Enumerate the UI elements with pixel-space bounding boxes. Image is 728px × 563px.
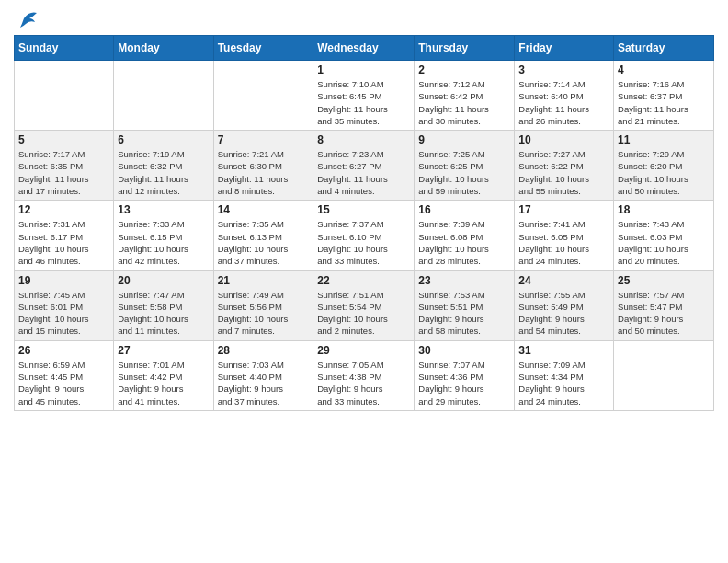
day-info: Sunrise: 7:41 AM Sunset: 6:05 PM Dayligh… <box>518 218 609 267</box>
weekday-header-row: SundayMondayTuesdayWednesdayThursdayFrid… <box>15 36 714 61</box>
calendar-cell: 10Sunrise: 7:27 AM Sunset: 6:22 PM Dayli… <box>515 131 614 201</box>
day-number: 29 <box>317 344 410 357</box>
logo <box>14 9 37 28</box>
day-info: Sunrise: 7:19 AM Sunset: 6:32 PM Dayligh… <box>118 148 209 197</box>
day-number: 23 <box>418 274 510 287</box>
day-info: Sunrise: 7:33 AM Sunset: 6:15 PM Dayligh… <box>118 218 209 267</box>
calendar-cell: 15Sunrise: 7:37 AM Sunset: 6:10 PM Dayli… <box>313 201 415 270</box>
calendar-cell: 9Sunrise: 7:25 AM Sunset: 6:25 PM Daylig… <box>415 131 515 201</box>
logo-bird-icon <box>17 9 37 31</box>
day-info: Sunrise: 7:09 AM Sunset: 4:34 PM Dayligh… <box>518 359 609 408</box>
calendar-cell: 5Sunrise: 7:17 AM Sunset: 6:35 PM Daylig… <box>15 131 114 201</box>
day-number: 3 <box>518 63 609 76</box>
day-number: 28 <box>218 344 310 357</box>
weekday-header-tuesday: Tuesday <box>213 36 313 61</box>
calendar-cell: 8Sunrise: 7:23 AM Sunset: 6:27 PM Daylig… <box>313 131 415 201</box>
calendar-cell: 31Sunrise: 7:09 AM Sunset: 4:34 PM Dayli… <box>515 340 614 410</box>
day-number: 1 <box>317 63 410 76</box>
day-info: Sunrise: 7:12 AM Sunset: 6:42 PM Dayligh… <box>418 78 510 127</box>
day-info: Sunrise: 7:53 AM Sunset: 5:51 PM Dayligh… <box>418 289 510 338</box>
calendar-cell: 28Sunrise: 7:03 AM Sunset: 4:40 PM Dayli… <box>213 340 313 410</box>
day-info: Sunrise: 7:25 AM Sunset: 6:25 PM Dayligh… <box>418 148 510 197</box>
calendar-cell: 23Sunrise: 7:53 AM Sunset: 5:51 PM Dayli… <box>415 270 515 340</box>
day-info: Sunrise: 7:37 AM Sunset: 6:10 PM Dayligh… <box>317 218 410 267</box>
day-number: 6 <box>118 133 209 146</box>
calendar-cell: 25Sunrise: 7:57 AM Sunset: 5:47 PM Dayli… <box>614 270 714 340</box>
calendar-cell: 12Sunrise: 7:31 AM Sunset: 6:17 PM Dayli… <box>15 201 114 270</box>
day-info: Sunrise: 7:45 AM Sunset: 6:01 PM Dayligh… <box>18 289 109 338</box>
calendar-cell: 11Sunrise: 7:29 AM Sunset: 6:20 PM Dayli… <box>614 131 714 201</box>
day-info: Sunrise: 7:16 AM Sunset: 6:37 PM Dayligh… <box>618 78 710 127</box>
calendar-cell: 30Sunrise: 7:07 AM Sunset: 4:36 PM Dayli… <box>415 340 515 410</box>
calendar-week-row: 26Sunrise: 6:59 AM Sunset: 4:45 PM Dayli… <box>15 340 714 410</box>
day-number: 13 <box>118 203 209 216</box>
calendar-cell <box>15 61 114 131</box>
calendar-cell: 13Sunrise: 7:33 AM Sunset: 6:15 PM Dayli… <box>114 201 213 270</box>
day-number: 27 <box>118 344 209 357</box>
day-info: Sunrise: 7:51 AM Sunset: 5:54 PM Dayligh… <box>317 289 410 338</box>
calendar-cell: 20Sunrise: 7:47 AM Sunset: 5:58 PM Dayli… <box>114 270 213 340</box>
weekday-header-wednesday: Wednesday <box>313 36 415 61</box>
day-number: 25 <box>618 274 710 287</box>
calendar-cell <box>114 61 213 131</box>
day-info: Sunrise: 7:23 AM Sunset: 6:27 PM Dayligh… <box>317 148 410 197</box>
calendar-cell: 4Sunrise: 7:16 AM Sunset: 6:37 PM Daylig… <box>614 61 714 131</box>
calendar-cell: 26Sunrise: 6:59 AM Sunset: 4:45 PM Dayli… <box>15 340 114 410</box>
weekday-header-monday: Monday <box>114 36 213 61</box>
day-info: Sunrise: 6:59 AM Sunset: 4:45 PM Dayligh… <box>18 359 109 408</box>
day-number: 18 <box>618 203 710 216</box>
calendar-cell: 29Sunrise: 7:05 AM Sunset: 4:38 PM Dayli… <box>313 340 415 410</box>
day-number: 9 <box>418 133 510 146</box>
day-info: Sunrise: 7:35 AM Sunset: 6:13 PM Dayligh… <box>218 218 310 267</box>
day-info: Sunrise: 7:21 AM Sunset: 6:30 PM Dayligh… <box>218 148 310 197</box>
calendar-cell: 2Sunrise: 7:12 AM Sunset: 6:42 PM Daylig… <box>415 61 515 131</box>
calendar-cell: 21Sunrise: 7:49 AM Sunset: 5:56 PM Dayli… <box>213 270 313 340</box>
day-number: 10 <box>518 133 609 146</box>
day-info: Sunrise: 7:29 AM Sunset: 6:20 PM Dayligh… <box>618 148 710 197</box>
day-number: 12 <box>18 203 109 216</box>
day-info: Sunrise: 7:10 AM Sunset: 6:45 PM Dayligh… <box>317 78 410 127</box>
day-number: 2 <box>418 63 510 76</box>
day-info: Sunrise: 7:14 AM Sunset: 6:40 PM Dayligh… <box>518 78 609 127</box>
day-info: Sunrise: 7:01 AM Sunset: 4:42 PM Dayligh… <box>118 359 209 408</box>
calendar-week-row: 5Sunrise: 7:17 AM Sunset: 6:35 PM Daylig… <box>15 131 714 201</box>
day-number: 8 <box>317 133 410 146</box>
calendar-week-row: 12Sunrise: 7:31 AM Sunset: 6:17 PM Dayli… <box>15 201 714 270</box>
calendar-cell: 19Sunrise: 7:45 AM Sunset: 6:01 PM Dayli… <box>15 270 114 340</box>
calendar-cell: 24Sunrise: 7:55 AM Sunset: 5:49 PM Dayli… <box>515 270 614 340</box>
calendar-cell: 1Sunrise: 7:10 AM Sunset: 6:45 PM Daylig… <box>313 61 415 131</box>
day-number: 31 <box>518 344 609 357</box>
calendar-week-row: 1Sunrise: 7:10 AM Sunset: 6:45 PM Daylig… <box>15 61 714 131</box>
day-number: 30 <box>418 344 510 357</box>
calendar-cell <box>614 340 714 410</box>
calendar-cell: 17Sunrise: 7:41 AM Sunset: 6:05 PM Dayli… <box>515 201 614 270</box>
day-number: 15 <box>317 203 410 216</box>
calendar-cell: 7Sunrise: 7:21 AM Sunset: 6:30 PM Daylig… <box>213 131 313 201</box>
calendar-cell: 3Sunrise: 7:14 AM Sunset: 6:40 PM Daylig… <box>515 61 614 131</box>
day-info: Sunrise: 7:43 AM Sunset: 6:03 PM Dayligh… <box>618 218 710 267</box>
day-number: 19 <box>18 274 109 287</box>
day-info: Sunrise: 7:57 AM Sunset: 5:47 PM Dayligh… <box>618 289 710 338</box>
day-number: 26 <box>18 344 109 357</box>
calendar-cell: 18Sunrise: 7:43 AM Sunset: 6:03 PM Dayli… <box>614 201 714 270</box>
day-number: 16 <box>418 203 510 216</box>
calendar-table: SundayMondayTuesdayWednesdayThursdayFrid… <box>14 35 714 411</box>
weekday-header-saturday: Saturday <box>614 36 714 61</box>
calendar-cell: 14Sunrise: 7:35 AM Sunset: 6:13 PM Dayli… <box>213 201 313 270</box>
calendar-cell: 16Sunrise: 7:39 AM Sunset: 6:08 PM Dayli… <box>415 201 515 270</box>
calendar-cell: 6Sunrise: 7:19 AM Sunset: 6:32 PM Daylig… <box>114 131 213 201</box>
day-number: 22 <box>317 274 410 287</box>
calendar-cell: 22Sunrise: 7:51 AM Sunset: 5:54 PM Dayli… <box>313 270 415 340</box>
weekday-header-sunday: Sunday <box>15 36 114 61</box>
day-number: 20 <box>118 274 209 287</box>
day-info: Sunrise: 7:27 AM Sunset: 6:22 PM Dayligh… <box>518 148 609 197</box>
weekday-header-friday: Friday <box>515 36 614 61</box>
day-info: Sunrise: 7:47 AM Sunset: 5:58 PM Dayligh… <box>118 289 209 338</box>
day-number: 5 <box>18 133 109 146</box>
calendar-cell: 27Sunrise: 7:01 AM Sunset: 4:42 PM Dayli… <box>114 340 213 410</box>
page-container: SundayMondayTuesdayWednesdayThursdayFrid… <box>0 0 728 420</box>
calendar-week-row: 19Sunrise: 7:45 AM Sunset: 6:01 PM Dayli… <box>15 270 714 340</box>
day-number: 4 <box>618 63 710 76</box>
day-info: Sunrise: 7:49 AM Sunset: 5:56 PM Dayligh… <box>218 289 310 338</box>
day-info: Sunrise: 7:05 AM Sunset: 4:38 PM Dayligh… <box>317 359 410 408</box>
